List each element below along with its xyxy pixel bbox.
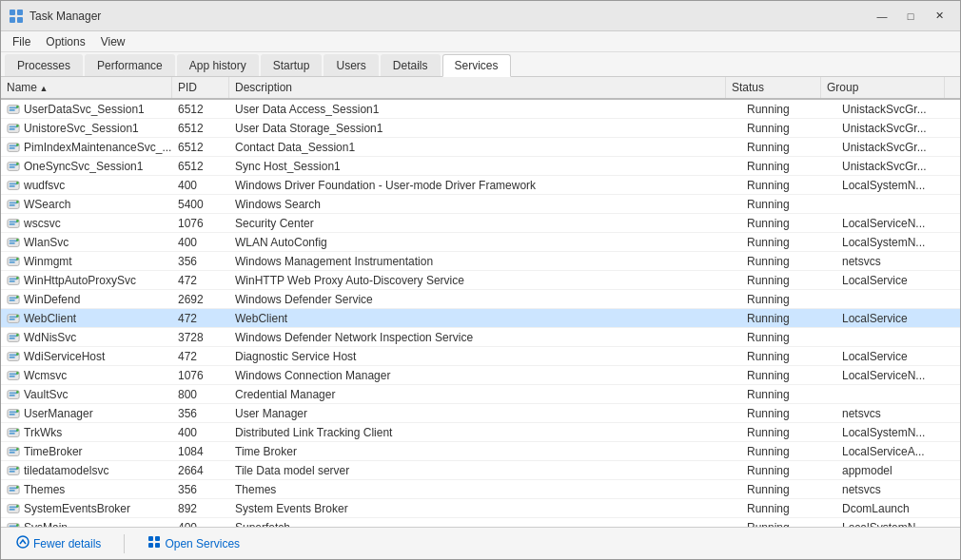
service-description: User Data Storage_Session1 — [229, 120, 741, 137]
tab-performance[interactable]: Performance — [85, 54, 175, 76]
col-description[interactable]: Description — [229, 77, 726, 98]
fewer-details-button[interactable]: Fewer details — [9, 531, 108, 555]
svg-point-31 — [16, 220, 19, 222]
service-pid: 472 — [172, 310, 229, 327]
service-group: LocalServiceA... — [836, 443, 960, 460]
table-row[interactable]: wudfsvc 400 Windows Driver Foundation - … — [1, 176, 960, 195]
table-row[interactable]: UserDataSvc_Session1 6512 User Data Acce… — [1, 100, 960, 119]
service-group: LocalService — [836, 348, 960, 365]
col-pid[interactable]: PID — [172, 77, 229, 98]
col-status[interactable]: Status — [726, 77, 821, 98]
svg-rect-25 — [10, 202, 18, 203]
table-row[interactable]: UserManager 356 User Manager Running net… — [1, 404, 960, 423]
table-row[interactable]: WSearch 5400 Windows Search Running — [1, 195, 960, 214]
svg-rect-10 — [10, 128, 15, 130]
table-row[interactable]: Wcmsvc 1076 Windows Connection Manager R… — [1, 366, 960, 385]
svg-rect-6 — [10, 109, 15, 111]
service-name: WinHttpAutoProxySvc — [24, 274, 136, 287]
service-pid: 356 — [172, 481, 229, 498]
svg-rect-77 — [10, 449, 18, 451]
tab-services[interactable]: Services — [442, 54, 511, 77]
service-group: DcomLaunch — [836, 500, 960, 517]
service-pid: 400 — [172, 519, 229, 528]
service-description: Themes — [229, 481, 741, 498]
table-row[interactable]: TrkWks 400 Distributed Link Tracking Cli… — [1, 423, 960, 442]
service-name: wudfsvc — [24, 179, 65, 192]
service-pid: 892 — [172, 500, 229, 517]
close-button[interactable]: ✕ — [926, 6, 952, 27]
service-name: VaultSvc — [24, 388, 68, 401]
svg-rect-42 — [10, 280, 15, 282]
service-name-cell: TimeBroker — [1, 443, 172, 460]
service-icon — [7, 122, 20, 135]
service-pid: 5400 — [172, 196, 229, 213]
svg-point-71 — [16, 410, 19, 413]
service-icon — [7, 445, 20, 458]
service-name-cell: Wcmsvc — [1, 367, 172, 384]
table-row[interactable]: VaultSvc 800 Credential Manager Running — [1, 385, 960, 404]
tab-users[interactable]: Users — [324, 54, 378, 76]
fewer-details-label: Fewer details — [33, 537, 101, 550]
service-icon — [7, 312, 20, 325]
table-row[interactable]: SysMain 400 Superfetch Running LocalSyst… — [1, 518, 960, 527]
service-status: Running — [741, 462, 836, 479]
service-description: Superfetch — [229, 519, 741, 528]
service-group — [836, 393, 960, 396]
svg-point-35 — [16, 239, 19, 241]
table-row[interactable]: SystemEventsBroker 892 System Events Bro… — [1, 499, 960, 518]
tab-processes[interactable]: Processes — [5, 54, 83, 76]
table-row[interactable]: Themes 356 Themes Running netsvcs — [1, 480, 960, 499]
table-row[interactable]: TimeBroker 1084 Time Broker Running Loca… — [1, 442, 960, 461]
service-status: Running — [741, 215, 836, 232]
table-row[interactable]: WinDefend 2692 Windows Defender Service … — [1, 290, 960, 309]
service-pid: 400 — [172, 424, 229, 441]
window-controls: — □ ✕ — [869, 6, 952, 27]
svg-point-95 — [16, 524, 19, 527]
service-name: WdiServiceHost — [24, 350, 105, 363]
tab-startup[interactable]: Startup — [261, 54, 323, 76]
col-group[interactable]: Group — [821, 77, 945, 98]
service-group: LocalServiceN... — [836, 367, 960, 384]
menu-view[interactable]: View — [93, 33, 133, 50]
service-pid: 6512 — [172, 158, 229, 175]
svg-rect-45 — [10, 297, 18, 299]
table-row[interactable]: OneSyncSvc_Session1 6512 Sync Host_Sessi… — [1, 157, 960, 176]
tab-details[interactable]: Details — [381, 54, 441, 76]
table-row[interactable]: wscsvc 1076 Security Center Running Loca… — [1, 214, 960, 233]
table-row[interactable]: WinHttpAutoProxySvc 472 WinHTTP Web Prox… — [1, 271, 960, 290]
service-pid: 472 — [172, 272, 229, 289]
svg-rect-81 — [10, 468, 18, 470]
svg-point-79 — [16, 448, 19, 451]
menu-file[interactable]: File — [5, 33, 38, 50]
svg-rect-49 — [10, 316, 18, 318]
service-name-cell: WebClient — [1, 310, 172, 327]
svg-rect-0 — [10, 10, 15, 15]
table-header: Name PID Description Status Group — [1, 77, 960, 100]
table-row[interactable]: WebClient 472 WebClient Running LocalSer… — [1, 309, 960, 328]
service-group — [836, 298, 960, 301]
svg-point-19 — [16, 163, 19, 165]
minimize-button[interactable]: — — [869, 6, 895, 27]
service-group: UnistackSvcGr... — [836, 101, 960, 118]
service-description: Sync Host_Session1 — [229, 158, 741, 175]
open-services-button[interactable]: Open Services — [140, 531, 247, 555]
service-group: UnistackSvcGr... — [836, 120, 960, 137]
tab-app-history[interactable]: App history — [177, 54, 259, 76]
table-row[interactable]: WlanSvc 400 WLAN AutoConfig Running Loca… — [1, 233, 960, 252]
service-name: WebClient — [24, 312, 76, 325]
service-name-cell: WSearch — [1, 196, 172, 213]
table-row[interactable]: WdiServiceHost 472 Diagnostic Service Ho… — [1, 347, 960, 366]
table-row[interactable]: tiledatamodelsvc 2664 Tile Data model se… — [1, 461, 960, 480]
table-row[interactable]: UnistoreSvc_Session1 6512 User Data Stor… — [1, 119, 960, 138]
service-pid: 2664 — [172, 462, 229, 479]
svg-rect-69 — [10, 411, 18, 413]
service-name: OneSyncSvc_Session1 — [24, 160, 143, 173]
col-name[interactable]: Name — [1, 77, 172, 98]
table-row[interactable]: Winmgmt 356 Windows Management Instrumen… — [1, 252, 960, 271]
maximize-button[interactable]: □ — [897, 6, 924, 27]
services-table-body[interactable]: UserDataSvc_Session1 6512 User Data Acce… — [1, 100, 960, 527]
table-row[interactable]: PimIndexMaintenanceSvc_... 6512 Contact … — [1, 138, 960, 157]
table-row[interactable]: WdNisSvc 3728 Windows Defender Network I… — [1, 328, 960, 347]
svg-rect-22 — [10, 185, 15, 187]
menu-options[interactable]: Options — [38, 33, 92, 50]
